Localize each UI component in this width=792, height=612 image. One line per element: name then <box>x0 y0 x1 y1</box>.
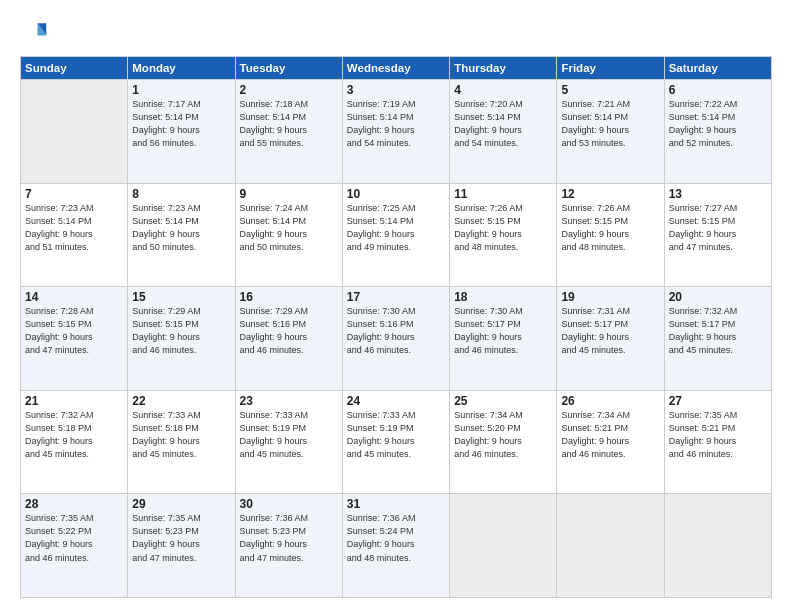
calendar-row-2: 7Sunrise: 7:23 AM Sunset: 5:14 PM Daylig… <box>21 183 772 287</box>
day-detail: Sunrise: 7:28 AM Sunset: 5:15 PM Dayligh… <box>25 305 123 357</box>
day-number: 1 <box>132 83 230 97</box>
col-header-wednesday: Wednesday <box>342 57 449 80</box>
day-detail: Sunrise: 7:25 AM Sunset: 5:14 PM Dayligh… <box>347 202 445 254</box>
calendar-cell: 19Sunrise: 7:31 AM Sunset: 5:17 PM Dayli… <box>557 287 664 391</box>
day-detail: Sunrise: 7:21 AM Sunset: 5:14 PM Dayligh… <box>561 98 659 150</box>
calendar-cell: 28Sunrise: 7:35 AM Sunset: 5:22 PM Dayli… <box>21 494 128 598</box>
calendar-cell <box>21 80 128 184</box>
day-number: 29 <box>132 497 230 511</box>
day-detail: Sunrise: 7:30 AM Sunset: 5:17 PM Dayligh… <box>454 305 552 357</box>
logo <box>20 18 52 46</box>
calendar-cell: 23Sunrise: 7:33 AM Sunset: 5:19 PM Dayli… <box>235 390 342 494</box>
calendar-cell: 14Sunrise: 7:28 AM Sunset: 5:15 PM Dayli… <box>21 287 128 391</box>
day-number: 16 <box>240 290 338 304</box>
calendar-cell: 7Sunrise: 7:23 AM Sunset: 5:14 PM Daylig… <box>21 183 128 287</box>
day-detail: Sunrise: 7:22 AM Sunset: 5:14 PM Dayligh… <box>669 98 767 150</box>
day-number: 24 <box>347 394 445 408</box>
calendar-cell: 16Sunrise: 7:29 AM Sunset: 5:16 PM Dayli… <box>235 287 342 391</box>
calendar-cell: 26Sunrise: 7:34 AM Sunset: 5:21 PM Dayli… <box>557 390 664 494</box>
calendar-cell: 17Sunrise: 7:30 AM Sunset: 5:16 PM Dayli… <box>342 287 449 391</box>
day-number: 10 <box>347 187 445 201</box>
day-number: 25 <box>454 394 552 408</box>
calendar-cell <box>557 494 664 598</box>
day-number: 9 <box>240 187 338 201</box>
calendar-cell: 8Sunrise: 7:23 AM Sunset: 5:14 PM Daylig… <box>128 183 235 287</box>
day-number: 17 <box>347 290 445 304</box>
day-detail: Sunrise: 7:23 AM Sunset: 5:14 PM Dayligh… <box>25 202 123 254</box>
day-detail: Sunrise: 7:26 AM Sunset: 5:15 PM Dayligh… <box>454 202 552 254</box>
calendar-cell <box>450 494 557 598</box>
day-detail: Sunrise: 7:33 AM Sunset: 5:18 PM Dayligh… <box>132 409 230 461</box>
day-detail: Sunrise: 7:18 AM Sunset: 5:14 PM Dayligh… <box>240 98 338 150</box>
day-detail: Sunrise: 7:30 AM Sunset: 5:16 PM Dayligh… <box>347 305 445 357</box>
calendar-cell: 6Sunrise: 7:22 AM Sunset: 5:14 PM Daylig… <box>664 80 771 184</box>
calendar-cell: 31Sunrise: 7:36 AM Sunset: 5:24 PM Dayli… <box>342 494 449 598</box>
day-detail: Sunrise: 7:34 AM Sunset: 5:21 PM Dayligh… <box>561 409 659 461</box>
day-number: 18 <box>454 290 552 304</box>
calendar-cell <box>664 494 771 598</box>
day-detail: Sunrise: 7:35 AM Sunset: 5:23 PM Dayligh… <box>132 512 230 564</box>
day-detail: Sunrise: 7:36 AM Sunset: 5:23 PM Dayligh… <box>240 512 338 564</box>
calendar-cell: 11Sunrise: 7:26 AM Sunset: 5:15 PM Dayli… <box>450 183 557 287</box>
col-header-monday: Monday <box>128 57 235 80</box>
calendar-cell: 9Sunrise: 7:24 AM Sunset: 5:14 PM Daylig… <box>235 183 342 287</box>
day-detail: Sunrise: 7:36 AM Sunset: 5:24 PM Dayligh… <box>347 512 445 564</box>
day-number: 6 <box>669 83 767 97</box>
day-detail: Sunrise: 7:33 AM Sunset: 5:19 PM Dayligh… <box>240 409 338 461</box>
col-header-thursday: Thursday <box>450 57 557 80</box>
day-detail: Sunrise: 7:27 AM Sunset: 5:15 PM Dayligh… <box>669 202 767 254</box>
day-detail: Sunrise: 7:29 AM Sunset: 5:16 PM Dayligh… <box>240 305 338 357</box>
day-detail: Sunrise: 7:20 AM Sunset: 5:14 PM Dayligh… <box>454 98 552 150</box>
day-number: 31 <box>347 497 445 511</box>
calendar-row-3: 14Sunrise: 7:28 AM Sunset: 5:15 PM Dayli… <box>21 287 772 391</box>
calendar-cell: 10Sunrise: 7:25 AM Sunset: 5:14 PM Dayli… <box>342 183 449 287</box>
calendar-cell: 13Sunrise: 7:27 AM Sunset: 5:15 PM Dayli… <box>664 183 771 287</box>
day-detail: Sunrise: 7:19 AM Sunset: 5:14 PM Dayligh… <box>347 98 445 150</box>
calendar-cell: 30Sunrise: 7:36 AM Sunset: 5:23 PM Dayli… <box>235 494 342 598</box>
calendar-cell: 5Sunrise: 7:21 AM Sunset: 5:14 PM Daylig… <box>557 80 664 184</box>
col-header-tuesday: Tuesday <box>235 57 342 80</box>
calendar-row-1: 1Sunrise: 7:17 AM Sunset: 5:14 PM Daylig… <box>21 80 772 184</box>
calendar-cell: 15Sunrise: 7:29 AM Sunset: 5:15 PM Dayli… <box>128 287 235 391</box>
calendar-cell: 22Sunrise: 7:33 AM Sunset: 5:18 PM Dayli… <box>128 390 235 494</box>
day-number: 12 <box>561 187 659 201</box>
calendar-cell: 12Sunrise: 7:26 AM Sunset: 5:15 PM Dayli… <box>557 183 664 287</box>
day-number: 30 <box>240 497 338 511</box>
day-number: 15 <box>132 290 230 304</box>
day-detail: Sunrise: 7:35 AM Sunset: 5:22 PM Dayligh… <box>25 512 123 564</box>
calendar-row-4: 21Sunrise: 7:32 AM Sunset: 5:18 PM Dayli… <box>21 390 772 494</box>
calendar-cell: 2Sunrise: 7:18 AM Sunset: 5:14 PM Daylig… <box>235 80 342 184</box>
day-detail: Sunrise: 7:24 AM Sunset: 5:14 PM Dayligh… <box>240 202 338 254</box>
calendar-table: SundayMondayTuesdayWednesdayThursdayFrid… <box>20 56 772 598</box>
day-number: 23 <box>240 394 338 408</box>
calendar-cell: 24Sunrise: 7:33 AM Sunset: 5:19 PM Dayli… <box>342 390 449 494</box>
day-number: 20 <box>669 290 767 304</box>
day-detail: Sunrise: 7:17 AM Sunset: 5:14 PM Dayligh… <box>132 98 230 150</box>
calendar-cell: 20Sunrise: 7:32 AM Sunset: 5:17 PM Dayli… <box>664 287 771 391</box>
day-detail: Sunrise: 7:29 AM Sunset: 5:15 PM Dayligh… <box>132 305 230 357</box>
day-detail: Sunrise: 7:33 AM Sunset: 5:19 PM Dayligh… <box>347 409 445 461</box>
day-number: 28 <box>25 497 123 511</box>
day-number: 13 <box>669 187 767 201</box>
day-number: 8 <box>132 187 230 201</box>
calendar-row-5: 28Sunrise: 7:35 AM Sunset: 5:22 PM Dayli… <box>21 494 772 598</box>
day-number: 4 <box>454 83 552 97</box>
col-header-saturday: Saturday <box>664 57 771 80</box>
col-header-friday: Friday <box>557 57 664 80</box>
col-header-sunday: Sunday <box>21 57 128 80</box>
day-detail: Sunrise: 7:26 AM Sunset: 5:15 PM Dayligh… <box>561 202 659 254</box>
day-detail: Sunrise: 7:31 AM Sunset: 5:17 PM Dayligh… <box>561 305 659 357</box>
day-number: 26 <box>561 394 659 408</box>
day-number: 19 <box>561 290 659 304</box>
calendar-cell: 27Sunrise: 7:35 AM Sunset: 5:21 PM Dayli… <box>664 390 771 494</box>
day-number: 22 <box>132 394 230 408</box>
logo-icon <box>20 18 48 46</box>
day-detail: Sunrise: 7:32 AM Sunset: 5:18 PM Dayligh… <box>25 409 123 461</box>
header <box>20 18 772 46</box>
day-detail: Sunrise: 7:34 AM Sunset: 5:20 PM Dayligh… <box>454 409 552 461</box>
day-number: 2 <box>240 83 338 97</box>
calendar-cell: 4Sunrise: 7:20 AM Sunset: 5:14 PM Daylig… <box>450 80 557 184</box>
calendar-cell: 3Sunrise: 7:19 AM Sunset: 5:14 PM Daylig… <box>342 80 449 184</box>
day-number: 7 <box>25 187 123 201</box>
calendar-header-row: SundayMondayTuesdayWednesdayThursdayFrid… <box>21 57 772 80</box>
